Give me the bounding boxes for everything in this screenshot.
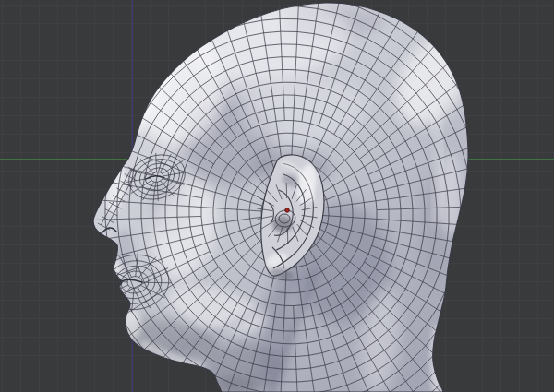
head-mesh[interactable] xyxy=(12,0,554,392)
3d-viewport[interactable] xyxy=(0,0,554,392)
origin-marker xyxy=(285,208,290,213)
viewport-canvas[interactable] xyxy=(0,0,554,392)
